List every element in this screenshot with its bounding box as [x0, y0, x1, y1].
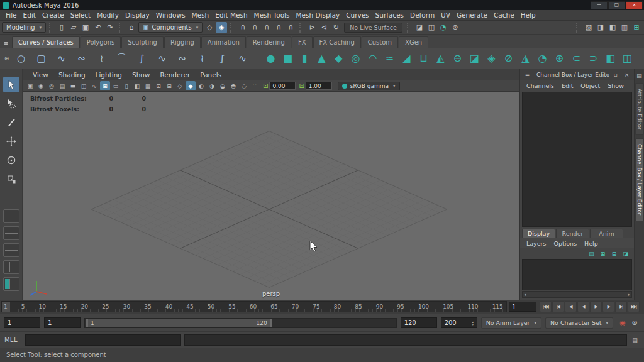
menu-set-selector[interactable]: Modeling	[2, 22, 46, 33]
render-settings-icon[interactable]: ⊛	[450, 22, 461, 33]
nurbs-plane-icon[interactable]: ◆	[330, 50, 347, 67]
bevel-icon[interactable]: ◪	[466, 50, 483, 67]
play-forward-button[interactable]: ▶	[590, 301, 602, 312]
layer-editor-tab[interactable]: Render	[556, 229, 589, 238]
shelf-tab[interactable]: Custom	[362, 36, 398, 48]
animation-start-field[interactable]: 1	[4, 317, 40, 328]
playback-end-field[interactable]: 120	[401, 317, 437, 328]
menu-item[interactable]: Edit	[20, 11, 39, 19]
select-camera-icon[interactable]: ▣	[25, 81, 35, 90]
dock-float-icon[interactable]: ▫	[611, 70, 620, 79]
snap-to-projected-center-icon[interactable]: ∪	[273, 22, 284, 33]
inputs-to-selected-icon[interactable]: ⊳	[306, 22, 318, 33]
move-tool-button[interactable]	[3, 133, 19, 149]
redo-icon[interactable]: ↷	[104, 22, 116, 33]
scale-tool-button[interactable]	[3, 171, 19, 187]
selection-mode-selector[interactable]: ▣ Components	[138, 22, 203, 33]
add-layer-from-selected-icon[interactable]: ⊟	[609, 249, 619, 258]
shelf-tab[interactable]: Sculpting	[121, 36, 164, 48]
layer-menu-item[interactable]: Help	[581, 240, 601, 247]
new-scene-icon[interactable]: ▯	[56, 22, 67, 33]
layer-move-up-icon[interactable]: ▤	[587, 249, 596, 258]
nurbs-sphere-icon[interactable]: ●	[262, 50, 279, 67]
shelf-editor-icon[interactable]: ⊛	[2, 53, 11, 63]
menu-item[interactable]: Help	[518, 11, 539, 19]
offset-curve-icon[interactable]: ∿	[153, 50, 170, 67]
menu-item[interactable]: Windows	[153, 11, 189, 19]
minimize-button[interactable]: ─	[591, 1, 608, 9]
shelf-tab[interactable]: Curves / Surfaces	[12, 36, 80, 48]
birail-icon[interactable]: ◭	[432, 50, 449, 67]
menu-item[interactable]: Mesh Display	[292, 11, 343, 19]
save-scene-icon[interactable]: ▣	[80, 22, 91, 33]
nurbs-cube-icon[interactable]: ■	[279, 50, 296, 67]
panel-menu-item[interactable]: Panels	[195, 71, 226, 79]
anim-layer-selector[interactable]: No Anim Layer	[481, 317, 541, 329]
occlusion-icon[interactable]: ◓	[228, 81, 238, 90]
spin-down-icon[interactable]: ▾	[472, 323, 474, 326]
color-management-selector[interactable]: sRGB gamma	[338, 82, 400, 90]
nurbs-torus-icon[interactable]: ◎	[347, 50, 364, 67]
render-current-frame-icon[interactable]: ◫	[426, 22, 437, 33]
select-faces-mask-icon[interactable]: ◈	[216, 22, 227, 33]
grease-pencil-icon[interactable]: ∿	[89, 81, 99, 90]
scroll-left-arrow[interactable]: ◂	[524, 292, 526, 297]
project-curve-icon[interactable]: ⊘	[500, 50, 517, 67]
untrim-icon[interactable]: ◔	[534, 50, 551, 67]
grid-toggle-icon[interactable]: ⊞	[100, 81, 110, 90]
channel-box-menu-item[interactable]: Channels	[523, 82, 557, 89]
gamma-icon[interactable]: ⊡	[299, 82, 304, 89]
motion-blur-icon[interactable]: ◌	[239, 81, 249, 90]
detach-surfaces-icon[interactable]: ⊃	[585, 50, 602, 67]
open-close-surface-icon[interactable]: ◧	[602, 50, 619, 67]
nurbs-square-icon[interactable]: ▢	[33, 50, 50, 67]
shelf-tab[interactable]: Rendering	[247, 36, 291, 48]
panel-menu-item[interactable]: View	[28, 71, 53, 79]
shelf-tab[interactable]: Animation	[201, 36, 246, 48]
attach-surfaces-icon[interactable]: ⊂	[568, 50, 585, 67]
outputs-from-selected-icon[interactable]: ⊲	[318, 22, 330, 33]
trim-tool-icon[interactable]: ◮	[517, 50, 534, 67]
exposure-icon[interactable]: ⊡	[263, 82, 268, 89]
menu-item[interactable]: Generate	[453, 11, 491, 19]
planar-icon[interactable]: ◢	[398, 50, 415, 67]
paint-select-tool-button[interactable]	[3, 114, 19, 130]
multisample-icon[interactable]: ∷	[250, 81, 260, 90]
three-point-arc-icon[interactable]: ⌒	[113, 50, 130, 67]
open-scene-icon[interactable]: ▱	[68, 22, 79, 33]
sidebar-menu-icon[interactable]: ▤	[635, 70, 644, 80]
film-gate-icon[interactable]: ▭	[111, 81, 121, 90]
panel-menu-item[interactable]: Lighting	[91, 71, 127, 79]
maximize-button[interactable]: ▢	[608, 1, 625, 9]
add-points-tool-icon[interactable]: ∿	[234, 50, 251, 67]
step-forward-frame-button[interactable]: ▶|	[615, 301, 627, 312]
add-empty-layer-icon[interactable]: ⊞	[598, 249, 608, 258]
layout-outliner-persp-button[interactable]	[3, 277, 19, 291]
insert-isoparms-icon[interactable]: ◫	[619, 50, 636, 67]
menu-item[interactable]: Modify	[94, 11, 122, 19]
layer-options-icon[interactable]: ◪	[621, 249, 630, 258]
character-set-selector[interactable]: No Character Set	[545, 317, 613, 329]
animation-end-field[interactable]: 200 ▴▾	[441, 317, 477, 328]
menu-item[interactable]: UV	[438, 11, 453, 19]
use-all-lights-icon[interactable]: ◑	[207, 81, 217, 90]
scroll-right-arrow[interactable]: ▸	[628, 292, 630, 297]
sidebar-tab[interactable]: Channel Box / Layer Editor	[635, 138, 644, 221]
shelf-tab[interactable]: XGen	[399, 36, 428, 48]
gate-mask-icon[interactable]: ◧	[132, 81, 142, 90]
shelf-tab[interactable]: Rigging	[164, 36, 201, 48]
menu-item[interactable]: Cache	[491, 11, 518, 19]
playback-start-field[interactable]: 1	[44, 317, 80, 328]
time-slider-track[interactable]: 1510152025303540455055606570758085909510…	[1, 301, 507, 312]
field-chart-icon[interactable]: ▦	[143, 81, 153, 90]
playback-range-bar[interactable]: 1 120	[86, 319, 272, 327]
step-back-frame-button[interactable]: |◀	[552, 301, 564, 312]
snap-to-grids-icon[interactable]: ∪	[237, 22, 248, 33]
textured-mode-icon[interactable]: ◐	[196, 81, 206, 90]
range-slider-track[interactable]: 1 120	[84, 318, 397, 328]
channel-box-menu-item[interactable]: Show	[604, 82, 627, 89]
layout-two-pane-stacked-button[interactable]	[3, 243, 19, 257]
safe-title-icon[interactable]: ⊟	[164, 81, 174, 90]
animation-preferences-icon[interactable]: ⊛	[629, 317, 640, 329]
image-plane-icon[interactable]: ▬	[68, 81, 78, 90]
